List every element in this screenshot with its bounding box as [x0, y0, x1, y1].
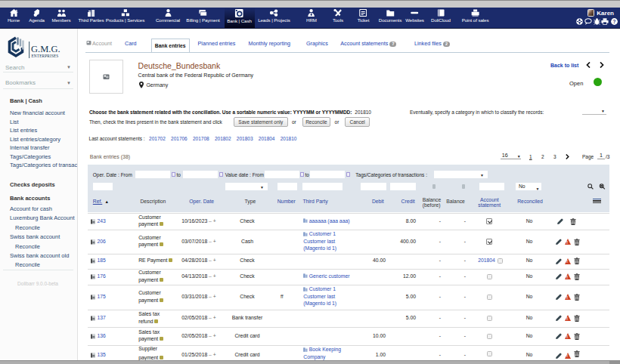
svg-text:ENTERPRISES: ENTERPRISES [32, 54, 59, 58]
svg-text:?: ? [613, 19, 616, 24]
